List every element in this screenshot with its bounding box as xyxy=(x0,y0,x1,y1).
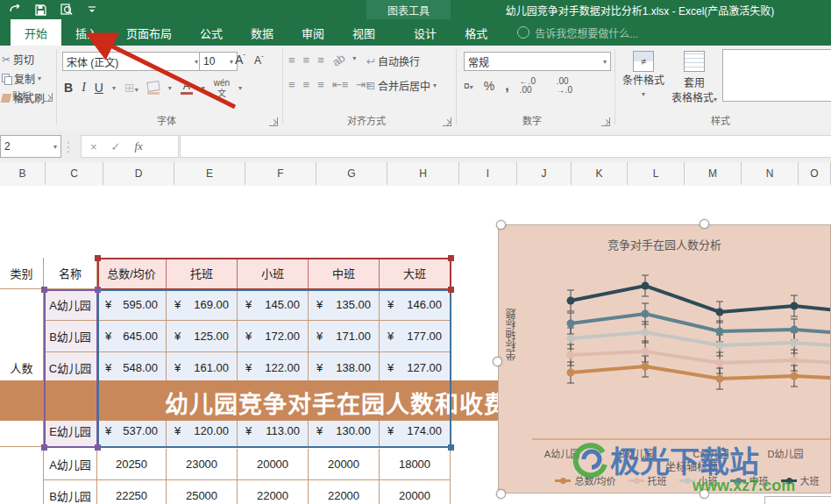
range-handle[interactable] xyxy=(41,444,47,451)
format-as-table-button[interactable]: 套用 表格格式▾ xyxy=(670,51,719,104)
phonetic-button[interactable]: wén 文 xyxy=(214,77,230,98)
underline-button[interactable]: U xyxy=(95,81,103,95)
align-center-icon[interactable]: ≡ xyxy=(303,79,310,90)
column-header-N[interactable]: N xyxy=(742,162,799,185)
column-header-M[interactable]: M xyxy=(685,162,742,185)
orientation-icon[interactable]: ab xyxy=(330,52,346,68)
column-header-E[interactable]: E xyxy=(174,162,245,185)
col-header-cell[interactable]: 总数/均价 xyxy=(97,258,167,289)
chart-title[interactable]: 竞争对手在园人数分析 xyxy=(499,236,830,252)
count-value-cell[interactable]: 20000 xyxy=(309,449,380,480)
y-axis-title[interactable]: 坐标轴标题 xyxy=(504,309,519,361)
column-header-K[interactable]: K xyxy=(572,162,628,185)
chart-handle-top-left[interactable] xyxy=(496,220,506,230)
column-header-O[interactable]: O xyxy=(799,162,831,185)
price-value-cell[interactable]: ¥177.00 xyxy=(380,321,451,352)
legend-item[interactable]: 大班 xyxy=(781,473,820,487)
tab-6[interactable]: 视图 xyxy=(338,19,389,46)
count-value-cell[interactable]: 20000 xyxy=(238,449,309,480)
column-header-D[interactable]: D xyxy=(103,162,174,185)
number-format-select[interactable]: 常规▾ xyxy=(464,52,611,71)
column-header-B[interactable]: B xyxy=(0,162,46,185)
redo-icon[interactable] xyxy=(9,4,22,17)
price-value-cell[interactable]: ¥172.00 xyxy=(238,321,309,352)
tab-8[interactable]: 格式 xyxy=(451,19,501,46)
insert-function-icon[interactable]: fx xyxy=(135,139,143,153)
x-axis-title[interactable]: 坐标轴标题 xyxy=(604,458,779,473)
shrink-font-button[interactable]: Aˇ xyxy=(254,54,264,67)
tab-2[interactable]: 页面布局 xyxy=(112,19,186,46)
column-header-L[interactable]: L xyxy=(628,162,685,185)
underline-caret[interactable]: ▾ xyxy=(112,84,116,92)
range-handle[interactable] xyxy=(95,255,101,261)
align-bottom-icon[interactable]: ≡ xyxy=(317,54,324,66)
fill-color-button[interactable] xyxy=(147,82,160,95)
tab-1[interactable]: 插入 xyxy=(61,19,112,46)
tab-4[interactable]: 数据 xyxy=(237,19,288,46)
price-value-cell[interactable]: ¥595.00 xyxy=(97,289,167,321)
italic-button[interactable]: I xyxy=(82,81,86,95)
cell-styles-gallery[interactable] xyxy=(722,49,831,102)
chart-handle-bottom-center[interactable] xyxy=(700,489,709,499)
save-icon[interactable] xyxy=(34,4,47,17)
column-header-J[interactable]: J xyxy=(517,162,572,185)
merge-center-button[interactable]: ⊟ 合并后居中▾ xyxy=(366,78,437,93)
row-name-cell[interactable]: A幼儿园 xyxy=(44,289,97,321)
price-value-cell[interactable]: ¥548.00 xyxy=(97,352,167,384)
price-value-cell[interactable]: ¥122.00 xyxy=(238,352,309,384)
row-name-cell[interactable]: C幼儿园 xyxy=(44,352,97,384)
align-right-icon[interactable]: ≡ xyxy=(317,79,324,90)
copy-button[interactable]: 复制▾ xyxy=(2,71,56,86)
price-value-cell[interactable]: ¥161.00 xyxy=(167,352,238,384)
column-header-H[interactable]: H xyxy=(387,162,459,185)
column-header-I[interactable]: I xyxy=(459,162,517,185)
percent-style-icon[interactable]: % xyxy=(484,79,494,93)
tab-0[interactable]: 开始 xyxy=(11,19,61,46)
cut-button[interactable]: ✂ 剪切 xyxy=(2,52,56,67)
font-dialog-launcher[interactable] xyxy=(269,117,278,126)
align-top-icon[interactable]: ≡ xyxy=(288,54,295,66)
customize-qat-icon[interactable] xyxy=(85,4,98,17)
enter-icon[interactable]: ✓ xyxy=(111,140,121,153)
column-header-G[interactable]: G xyxy=(316,162,387,185)
font-name-select[interactable]: 宋体 (正文)▾ xyxy=(62,52,202,71)
col-header-cell[interactable]: 小班 xyxy=(238,258,309,289)
legend-item[interactable]: 小班 xyxy=(679,473,718,487)
count-value-cell[interactable]: 20000 xyxy=(380,480,451,504)
category-empty-cell[interactable] xyxy=(0,449,44,504)
price-value-cell[interactable]: ¥171.00 xyxy=(309,321,380,352)
chart-handle-top-center[interactable] xyxy=(700,219,709,229)
legend-item[interactable]: 中班 xyxy=(730,473,769,487)
increase-decimal-icon[interactable]: ←.0 .00 xyxy=(520,77,546,95)
range-handle[interactable] xyxy=(41,287,47,293)
font-color-button[interactable]: A xyxy=(181,81,193,95)
range-handle[interactable] xyxy=(95,444,101,451)
align-middle-icon[interactable]: ≡ xyxy=(303,54,310,66)
alignment-dialog-launcher[interactable] xyxy=(443,117,451,126)
price-value-cell[interactable]: ¥169.00 xyxy=(167,289,238,321)
price-value-cell[interactable]: ¥146.00 xyxy=(380,289,451,321)
price-value-cell[interactable]: ¥125.00 xyxy=(167,321,238,352)
price-value-cell[interactable]: ¥145.00 xyxy=(238,289,309,321)
count-value-cell[interactable]: 22250 xyxy=(97,480,167,504)
decrease-indent-icon[interactable]: ⇤≡ xyxy=(332,79,348,90)
row-name-cell[interactable]: B幼儿园 xyxy=(44,321,97,352)
name-box[interactable]: 2▾ xyxy=(0,135,61,158)
range-handle[interactable] xyxy=(448,255,454,261)
name-header-cell[interactable]: 名称 xyxy=(44,258,97,289)
col-header-cell[interactable]: 托班 xyxy=(167,258,238,289)
tab-3[interactable]: 公式 xyxy=(186,19,237,46)
bold-button[interactable]: B xyxy=(64,81,73,95)
count-value-cell[interactable]: 22000 xyxy=(309,480,380,504)
row-name-cell[interactable]: B幼儿园 xyxy=(44,480,97,504)
price-value-cell[interactable]: ¥645.00 xyxy=(97,321,167,352)
decrease-decimal-icon[interactable]: .00 →.0 xyxy=(557,77,583,95)
range-handle[interactable] xyxy=(95,287,101,293)
count-value-cell[interactable]: 22000 xyxy=(238,480,309,504)
range-handle[interactable] xyxy=(448,287,454,293)
count-value-cell[interactable]: 23000 xyxy=(167,449,238,480)
count-value-cell[interactable]: 20250 xyxy=(97,449,167,480)
tab-7[interactable]: 设计 xyxy=(400,19,451,46)
row-name-cell[interactable]: A幼儿园 xyxy=(44,449,97,480)
font-size-select[interactable]: 10▾ xyxy=(199,52,238,71)
